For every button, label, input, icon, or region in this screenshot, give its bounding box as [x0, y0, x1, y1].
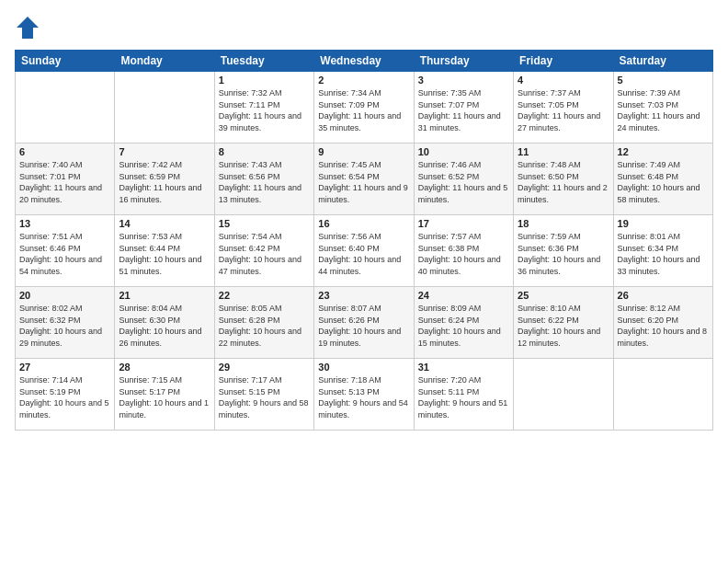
day-number: 15 — [219, 218, 310, 229]
day-number: 30 — [318, 362, 409, 373]
day-info: Sunrise: 7:48 AM Sunset: 6:50 PM Dayligh… — [518, 159, 609, 205]
col-monday: Monday — [115, 51, 214, 72]
day-number: 28 — [119, 362, 210, 373]
table-row: 14Sunrise: 7:53 AM Sunset: 6:44 PM Dayli… — [115, 215, 214, 287]
table-row: 17Sunrise: 7:57 AM Sunset: 6:38 PM Dayli… — [414, 215, 513, 287]
day-info: Sunrise: 7:17 AM Sunset: 5:15 PM Dayligh… — [219, 374, 310, 420]
day-number: 26 — [618, 290, 709, 301]
day-info: Sunrise: 8:04 AM Sunset: 6:30 PM Dayligh… — [119, 303, 210, 349]
day-info: Sunrise: 7:56 AM Sunset: 6:40 PM Dayligh… — [318, 231, 409, 277]
day-info: Sunrise: 8:07 AM Sunset: 6:26 PM Dayligh… — [318, 303, 409, 349]
table-row: 15Sunrise: 7:54 AM Sunset: 6:42 PM Dayli… — [214, 215, 313, 287]
day-info: Sunrise: 8:09 AM Sunset: 6:24 PM Dayligh… — [418, 303, 509, 349]
table-row: 1Sunrise: 7:32 AM Sunset: 7:11 PM Daylig… — [214, 72, 313, 144]
table-row: 24Sunrise: 8:09 AM Sunset: 6:24 PM Dayli… — [414, 287, 513, 359]
table-row: 31Sunrise: 7:20 AM Sunset: 5:11 PM Dayli… — [414, 359, 513, 431]
calendar-week-row: 20Sunrise: 8:02 AM Sunset: 6:32 PM Dayli… — [16, 287, 713, 359]
day-number: 1 — [219, 75, 310, 86]
table-row — [115, 72, 214, 144]
day-info: Sunrise: 7:39 AM Sunset: 7:03 PM Dayligh… — [618, 87, 709, 133]
day-info: Sunrise: 8:02 AM Sunset: 6:32 PM Dayligh… — [19, 303, 110, 349]
col-thursday: Thursday — [414, 51, 513, 72]
table-row: 23Sunrise: 8:07 AM Sunset: 6:26 PM Dayli… — [314, 287, 414, 359]
calendar-week-row: 13Sunrise: 7:51 AM Sunset: 6:46 PM Dayli… — [16, 215, 713, 287]
table-row — [16, 72, 115, 144]
day-info: Sunrise: 7:43 AM Sunset: 6:56 PM Dayligh… — [219, 159, 310, 205]
table-row: 6Sunrise: 7:40 AM Sunset: 7:01 PM Daylig… — [16, 144, 115, 215]
table-row: 4Sunrise: 7:37 AM Sunset: 7:05 PM Daylig… — [514, 72, 613, 144]
day-info: Sunrise: 7:49 AM Sunset: 6:48 PM Dayligh… — [618, 159, 709, 205]
day-info: Sunrise: 7:40 AM Sunset: 7:01 PM Dayligh… — [19, 159, 110, 205]
table-row: 13Sunrise: 7:51 AM Sunset: 6:46 PM Dayli… — [16, 215, 115, 287]
table-row: 27Sunrise: 7:14 AM Sunset: 5:19 PM Dayli… — [16, 359, 115, 431]
calendar-week-row: 1Sunrise: 7:32 AM Sunset: 7:11 PM Daylig… — [16, 72, 713, 144]
table-row: 18Sunrise: 7:59 AM Sunset: 6:36 PM Dayli… — [514, 215, 613, 287]
table-row: 2Sunrise: 7:34 AM Sunset: 7:09 PM Daylig… — [314, 72, 414, 144]
day-number: 20 — [19, 290, 110, 301]
table-row: 3Sunrise: 7:35 AM Sunset: 7:07 PM Daylig… — [414, 72, 513, 144]
day-number: 3 — [418, 75, 509, 86]
table-row: 22Sunrise: 8:05 AM Sunset: 6:28 PM Dayli… — [214, 287, 313, 359]
day-number: 16 — [318, 218, 409, 229]
day-info: Sunrise: 7:18 AM Sunset: 5:13 PM Dayligh… — [318, 374, 409, 420]
day-info: Sunrise: 7:20 AM Sunset: 5:11 PM Dayligh… — [418, 374, 509, 420]
day-info: Sunrise: 7:46 AM Sunset: 6:52 PM Dayligh… — [418, 159, 509, 205]
day-info: Sunrise: 8:10 AM Sunset: 6:22 PM Dayligh… — [518, 303, 609, 349]
table-row: 30Sunrise: 7:18 AM Sunset: 5:13 PM Dayli… — [314, 359, 414, 431]
col-friday: Friday — [514, 51, 613, 72]
day-info: Sunrise: 7:42 AM Sunset: 6:59 PM Dayligh… — [119, 159, 210, 205]
svg-marker-0 — [17, 17, 39, 39]
calendar-week-row: 27Sunrise: 7:14 AM Sunset: 5:19 PM Dayli… — [16, 359, 713, 431]
day-number: 12 — [618, 146, 709, 157]
table-row: 29Sunrise: 7:17 AM Sunset: 5:15 PM Dayli… — [214, 359, 313, 431]
table-row: 19Sunrise: 8:01 AM Sunset: 6:34 PM Dayli… — [613, 215, 712, 287]
day-number: 14 — [119, 218, 210, 229]
day-number: 24 — [418, 290, 509, 301]
day-number: 7 — [119, 146, 210, 157]
day-info: Sunrise: 7:51 AM Sunset: 6:46 PM Dayligh… — [19, 231, 110, 277]
table-row: 16Sunrise: 7:56 AM Sunset: 6:40 PM Dayli… — [314, 215, 414, 287]
day-info: Sunrise: 8:12 AM Sunset: 6:20 PM Dayligh… — [618, 303, 709, 349]
day-number: 13 — [19, 218, 110, 229]
table-row: 26Sunrise: 8:12 AM Sunset: 6:20 PM Dayli… — [613, 287, 712, 359]
day-info: Sunrise: 7:32 AM Sunset: 7:11 PM Dayligh… — [219, 87, 310, 133]
table-row: 10Sunrise: 7:46 AM Sunset: 6:52 PM Dayli… — [414, 144, 513, 215]
day-info: Sunrise: 7:57 AM Sunset: 6:38 PM Dayligh… — [418, 231, 509, 277]
day-info: Sunrise: 7:15 AM Sunset: 5:17 PM Dayligh… — [119, 374, 210, 420]
day-number: 2 — [318, 75, 409, 86]
day-info: Sunrise: 7:34 AM Sunset: 7:09 PM Dayligh… — [318, 87, 409, 133]
table-row — [514, 359, 613, 431]
table-row: 12Sunrise: 7:49 AM Sunset: 6:48 PM Dayli… — [613, 144, 712, 215]
day-number: 21 — [119, 290, 210, 301]
table-row — [613, 359, 712, 431]
day-number: 11 — [518, 146, 609, 157]
col-wednesday: Wednesday — [314, 51, 414, 72]
day-info: Sunrise: 7:45 AM Sunset: 6:54 PM Dayligh… — [318, 159, 409, 205]
day-info: Sunrise: 8:01 AM Sunset: 6:34 PM Dayligh… — [618, 231, 709, 277]
day-number: 19 — [618, 218, 709, 229]
table-row: 7Sunrise: 7:42 AM Sunset: 6:59 PM Daylig… — [115, 144, 214, 215]
day-number: 5 — [618, 75, 709, 86]
calendar-week-row: 6Sunrise: 7:40 AM Sunset: 7:01 PM Daylig… — [16, 144, 713, 215]
table-row: 11Sunrise: 7:48 AM Sunset: 6:50 PM Dayli… — [514, 144, 613, 215]
header — [15, 15, 713, 40]
day-info: Sunrise: 7:53 AM Sunset: 6:44 PM Dayligh… — [119, 231, 210, 277]
day-number: 22 — [219, 290, 310, 301]
day-number: 31 — [418, 362, 509, 373]
day-number: 17 — [418, 218, 509, 229]
table-row: 8Sunrise: 7:43 AM Sunset: 6:56 PM Daylig… — [214, 144, 313, 215]
day-number: 23 — [318, 290, 409, 301]
table-row: 5Sunrise: 7:39 AM Sunset: 7:03 PM Daylig… — [613, 72, 712, 144]
day-info: Sunrise: 7:54 AM Sunset: 6:42 PM Dayligh… — [219, 231, 310, 277]
day-info: Sunrise: 7:37 AM Sunset: 7:05 PM Dayligh… — [518, 87, 609, 133]
day-info: Sunrise: 7:35 AM Sunset: 7:07 PM Dayligh… — [418, 87, 509, 133]
logo — [15, 15, 42, 40]
day-info: Sunrise: 7:14 AM Sunset: 5:19 PM Dayligh… — [19, 374, 110, 420]
calendar-page: Sunday Monday Tuesday Wednesday Thursday… — [0, 0, 728, 563]
day-number: 18 — [518, 218, 609, 229]
day-number: 25 — [518, 290, 609, 301]
col-sunday: Sunday — [16, 51, 115, 72]
day-number: 29 — [219, 362, 310, 373]
calendar-header-row: Sunday Monday Tuesday Wednesday Thursday… — [16, 51, 713, 72]
day-number: 9 — [318, 146, 409, 157]
